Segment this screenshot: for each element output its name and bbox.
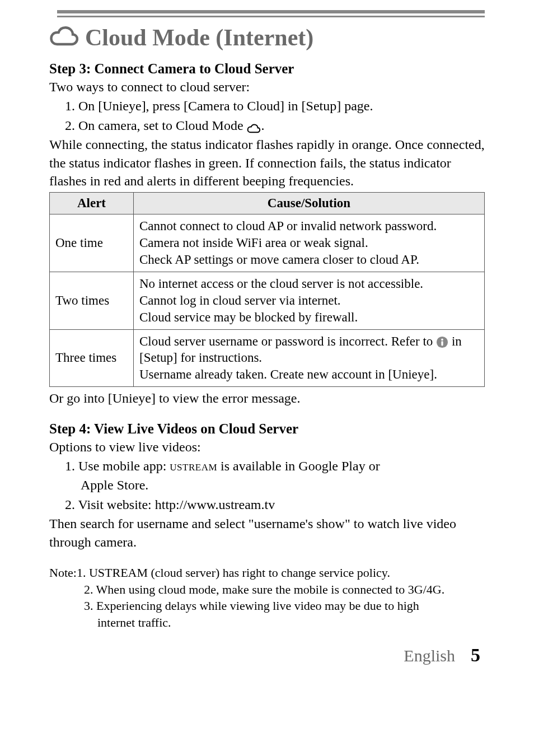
note-2: 2. When using cloud mode, make sure the … [49, 581, 485, 598]
page-footer: English 5 [49, 645, 485, 666]
cloud-icon-inline [247, 120, 261, 133]
ustream-brand: ustream [170, 459, 217, 473]
step4-item2: 2. Visit website: http://www.ustream.tv [49, 496, 485, 514]
step3-item2: 2. On camera, set to Cloud Mode . [49, 116, 485, 134]
step4-item1-post: is available in Google Play or [217, 459, 380, 473]
step3-item1: 1. On [Unieye], press [Camera to Cloud] … [49, 97, 485, 115]
step3-item2-pre: 2. On camera, set to Cloud Mode [65, 118, 247, 133]
cause-cell: Cannot connect to cloud AP or invalid ne… [134, 214, 485, 272]
cloud-icon [49, 21, 81, 54]
cause-pre: Cloud server username or password is inc… [139, 334, 436, 348]
step3-heading: Step 3: Connect Camera to Cloud Server [49, 61, 485, 77]
footer-language: English [404, 646, 455, 665]
step4-heading: Step 4: View Live Videos on Cloud Server [49, 421, 485, 437]
step3-after-table: Or go into [Unieye] to view the error me… [49, 389, 485, 407]
table-row: Three times Cloud server username or pas… [50, 329, 485, 387]
step4-item1-pre: 1. Use mobile app: [65, 459, 170, 473]
alert-cell: Three times [50, 329, 134, 387]
step4-item1: 1. Use mobile app: ustream is available … [49, 457, 485, 475]
note-3b: internet traffic. [49, 614, 485, 631]
step3-intro: Two ways to connect to cloud server: [49, 78, 485, 96]
note-1-text: 1. USTREAM (cloud server) has right to c… [77, 564, 390, 581]
note-3a: 3. Experiencing delays while viewing liv… [49, 598, 485, 614]
col-cause-header: Cause/Solution [134, 193, 485, 214]
table-row: Two times No internet access or the clou… [50, 272, 485, 329]
step4-para: Then search for username and select "use… [49, 515, 485, 551]
cause-cell: Cloud server username or password is inc… [134, 329, 485, 387]
notes-block: Note: 1. USTREAM (cloud server) has righ… [49, 564, 485, 631]
table-row: One time Cannot connect to cloud AP or i… [50, 214, 485, 272]
alert-table: Alert Cause/Solution One time Cannot con… [49, 192, 485, 387]
cause-cell: No internet access or the cloud server i… [134, 272, 485, 329]
alert-cell: Two times [50, 272, 134, 329]
step3-para: While connecting, the status indicator f… [49, 136, 485, 190]
note-1: Note: 1. USTREAM (cloud server) has righ… [49, 564, 485, 581]
page-title-row: Cloud Mode (Internet) [49, 21, 485, 54]
step4-intro: Options to view live videos: [49, 438, 485, 456]
page-title: Cloud Mode (Internet) [85, 24, 313, 51]
svg-point-1 [441, 339, 443, 341]
svg-rect-2 [441, 341, 443, 346]
alert-cell: One time [50, 214, 134, 272]
col-alert-header: Alert [50, 193, 134, 214]
note-prefix: Note: [49, 564, 77, 581]
step4-item1-line2: Apple Store. [49, 476, 485, 494]
table-header-row: Alert Cause/Solution [50, 193, 485, 214]
info-icon [436, 336, 448, 348]
document-page: Cloud Mode (Internet) Step 3: Connect Ca… [0, 0, 534, 677]
header-rule [57, 10, 485, 17]
step3-item2-post: . [261, 118, 265, 133]
footer-page-number: 5 [471, 645, 480, 666]
